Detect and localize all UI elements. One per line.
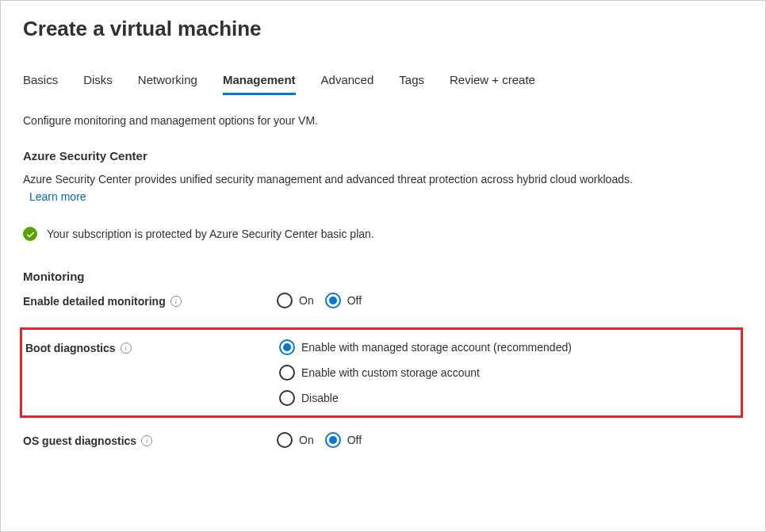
radio-label: Enable with managed storage account (rec… [301,341,572,354]
radio-icon [325,432,341,448]
radio-os-guest-off[interactable]: Off [325,432,362,448]
radio-icon [325,293,341,308]
radio-label: Off [347,434,362,446]
check-icon [23,227,37,241]
radio-label: Off [347,294,362,307]
learn-more-link[interactable]: Learn more [29,189,86,205]
label-boot-diagnostics: Boot diagnostics [25,342,116,354]
row-os-guest-diagnostics: OS guest diagnostics i On Off [23,432,743,448]
tab-tags[interactable]: Tags [399,73,424,95]
label-detailed-monitoring: Enable detailed monitoring [23,295,166,308]
radio-detailed-on[interactable]: On [277,293,314,308]
radio-boot-custom[interactable]: Enable with custom storage account [279,365,572,381]
radio-label: On [299,294,314,307]
row-detailed-monitoring: Enable detailed monitoring i On Off [23,293,743,308]
highlight-box-boot-diagnostics: Boot diagnostics i Enable with managed s… [20,327,743,418]
security-center-description: Azure Security Center provides unified s… [23,173,633,186]
security-center-status-text: Your subscription is protected by Azure … [47,228,374,240]
tab-bar: Basics Disks Networking Management Advan… [23,73,743,95]
tab-disks[interactable]: Disks [83,73,113,95]
radio-icon [279,390,295,406]
tab-networking[interactable]: Networking [138,73,197,95]
radio-label: Disable [301,392,339,404]
page-title: Create a virtual machine [23,17,743,41]
radio-group-detailed-monitoring: On Off [277,293,362,308]
label-os-guest-diagnostics: OS guest diagnostics [23,434,136,447]
info-icon[interactable]: i [141,435,152,446]
radio-group-boot-diagnostics: Enable with managed storage account (rec… [279,339,572,406]
security-center-text: Azure Security Center provides unified s… [23,172,743,205]
radio-icon [277,293,293,308]
row-boot-diagnostics: Boot diagnostics i Enable with managed s… [22,339,734,406]
security-center-status-row: Your subscription is protected by Azure … [23,227,743,241]
radio-label: On [299,434,314,446]
radio-icon [279,365,295,381]
tab-management[interactable]: Management [223,73,296,95]
info-icon[interactable]: i [170,296,182,307]
tab-description: Configure monitoring and management opti… [23,114,743,127]
radio-detailed-off[interactable]: Off [325,293,362,308]
radio-boot-disable[interactable]: Disable [279,390,572,406]
section-header-security-center: Azure Security Center [23,149,743,163]
info-icon[interactable]: i [121,343,132,354]
tab-review-create[interactable]: Review + create [450,73,535,95]
radio-os-guest-on[interactable]: On [277,432,314,448]
radio-boot-managed[interactable]: Enable with managed storage account (rec… [279,339,572,355]
radio-label: Enable with custom storage account [301,366,480,379]
radio-group-os-guest: On Off [277,432,362,448]
section-header-monitoring: Monitoring [23,270,743,283]
tab-basics[interactable]: Basics [23,73,58,95]
radio-icon [277,432,293,448]
radio-icon [279,339,295,355]
tab-advanced[interactable]: Advanced [321,73,374,95]
